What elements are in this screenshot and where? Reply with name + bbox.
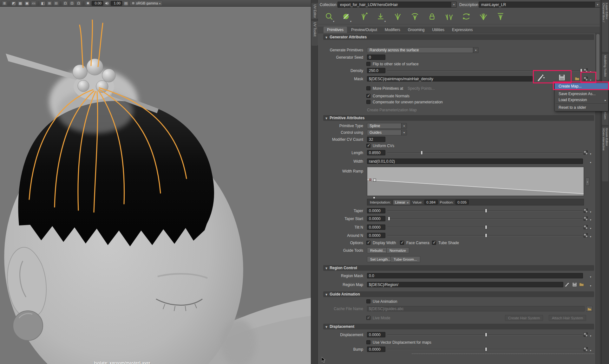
map-texture-icon[interactable]	[584, 225, 588, 229]
snap-point-magnet-icon[interactable]: Ω	[76, 1, 82, 6]
length-field[interactable]: 0.8550	[367, 150, 385, 155]
gate-mask-icon[interactable]: ◧	[40, 1, 46, 6]
taper-start-slider[interactable]	[387, 216, 583, 221]
mask-field[interactable]: ${DESC}/paintmaps/mainHair_density	[367, 76, 533, 81]
width-field[interactable]: rand(0.01,0.02)	[367, 159, 583, 164]
map-texture-icon[interactable]	[584, 77, 588, 81]
attr-menu-arrow-icon[interactable]	[590, 234, 591, 238]
xgen-create-description-icon[interactable]	[357, 10, 370, 23]
dropdown-arrow-icon[interactable]	[384, 19, 386, 23]
dropdown-arrow-icon[interactable]	[595, 2, 600, 7]
modifier-cv-count-field[interactable]: 32	[367, 137, 385, 142]
bump-slider[interactable]	[387, 347, 583, 352]
map-texture-icon[interactable]	[584, 217, 588, 221]
map-texture-icon[interactable]	[584, 151, 588, 155]
attr-menu-arrow-icon[interactable]	[590, 226, 591, 230]
tube-shade-checkbox[interactable]	[432, 241, 436, 245]
attr-menu-arrow-icon[interactable]	[590, 348, 591, 352]
xgen-guide-visibility-icon[interactable]	[409, 10, 421, 23]
tab-utilities[interactable]: Utilities	[429, 27, 448, 33]
primitive-type-dropdown[interactable]: Spline	[367, 123, 407, 129]
tab-uv-editor[interactable]: UV Editor	[311, 3, 318, 19]
save-map-icon[interactable]	[558, 74, 566, 81]
dropdown-arrow-icon[interactable]	[401, 130, 407, 135]
map-texture-icon[interactable]	[584, 347, 588, 351]
density-field[interactable]: 250.0	[367, 68, 385, 73]
tube-groom-button[interactable]: Tube Groom...	[390, 256, 420, 262]
ramp-position-handle[interactable]	[373, 197, 375, 199]
map-texture-icon[interactable]	[584, 233, 588, 237]
attr-menu-arrow-icon[interactable]	[590, 151, 591, 156]
tab-expressions[interactable]: Expressions	[449, 27, 476, 33]
displacement-slider[interactable]	[387, 332, 583, 337]
interpolation-dropdown[interactable]: Linear	[393, 200, 411, 205]
set-length-button[interactable]: Set Length...	[367, 256, 394, 262]
scrollbar-thumb[interactable]	[596, 34, 599, 80]
region-mask-field[interactable]: 0.0	[367, 273, 583, 278]
tab-grooming[interactable]: Grooming	[404, 27, 428, 33]
map-texture-icon[interactable]	[584, 209, 588, 213]
uniform-cvs-checkbox[interactable]	[366, 144, 370, 148]
tab-xgen-interactive-groom-editor[interactable]: XGen Interactive Groom Editor	[602, 127, 608, 181]
xgen-preview-clear-icon[interactable]	[340, 10, 353, 23]
attr-menu-arrow-icon[interactable]	[590, 333, 591, 338]
paint-map-brush-icon[interactable]	[565, 282, 570, 287]
render-settings-gear-icon[interactable]: ✱	[85, 1, 91, 6]
folder-icon[interactable]	[575, 76, 580, 81]
attr-menu-arrow-icon[interactable]	[590, 160, 591, 164]
section-collapse-icon[interactable]	[325, 324, 327, 329]
tab-primitives[interactable]: Primitives	[324, 27, 347, 33]
face-camera-checkbox[interactable]	[400, 241, 404, 245]
display-width-checkbox[interactable]	[366, 241, 370, 245]
tab-uv-toolkit[interactable]: UV Toolkit	[311, 21, 318, 46]
xgen-sculpt-guides-icon[interactable]	[391, 10, 404, 23]
slider-handle[interactable]	[485, 233, 487, 237]
colorspace-dropdown[interactable]: sRGB gamma	[130, 1, 162, 6]
dropdown-arrow-icon[interactable]	[401, 123, 407, 128]
xgen-lock-guides-icon[interactable]	[426, 10, 438, 23]
section-collapse-icon[interactable]	[325, 35, 327, 39]
dropdown-arrow-icon[interactable]	[350, 19, 351, 23]
tab-modifiers[interactable]: Modifiers	[381, 27, 404, 33]
control-using-dropdown[interactable]: Guides	[367, 130, 407, 135]
menu-item-create-map[interactable]: Create Map...	[555, 83, 608, 89]
xgen-copy-guides-icon[interactable]	[443, 10, 455, 23]
ramp-expand-button[interactable]	[586, 178, 589, 186]
snap-curve-magnet-icon[interactable]: Ω	[69, 1, 75, 6]
map-texture-icon[interactable]	[584, 333, 588, 337]
tilt-n-field[interactable]: 0.0000	[367, 224, 385, 230]
more-primitives-checkbox[interactable]	[366, 86, 370, 90]
width-ramp-editor[interactable]: R	[367, 167, 584, 196]
slider-handle[interactable]	[485, 333, 487, 337]
around-n-field[interactable]: 0.0000	[367, 233, 385, 238]
browse-folder-button[interactable]	[586, 306, 593, 312]
isolate-select-icon[interactable]: ◩	[11, 1, 16, 6]
section-collapse-icon[interactable]	[325, 292, 327, 296]
attr-menu-arrow-icon[interactable]	[590, 209, 591, 214]
lighting-icon[interactable]: ▤	[123, 1, 129, 6]
use-animation-checkbox[interactable]	[366, 299, 370, 303]
folder-icon[interactable]	[579, 282, 584, 286]
section-displacement[interactable]: Displacement	[323, 324, 594, 329]
xgen-grass-preset-icon[interactable]	[477, 10, 490, 23]
dropdown-arrow-icon[interactable]	[333, 19, 334, 23]
exposure-field[interactable]: 0.00	[92, 1, 103, 6]
description-dropdown[interactable]: mainLayer_LR	[479, 2, 600, 8]
gamma-field[interactable]: 1.00	[111, 1, 122, 6]
section-region-control[interactable]: Region Control	[323, 265, 594, 271]
taper-start-field[interactable]: 0.0000	[367, 216, 385, 221]
normalize-button[interactable]: Normalize	[386, 247, 409, 253]
slider-handle[interactable]	[485, 209, 487, 213]
region-map-field[interactable]: ${DESC}/Region/	[367, 282, 563, 287]
density-slider[interactable]	[387, 68, 583, 73]
slider-handle[interactable]	[421, 151, 423, 155]
flip-checkbox[interactable]	[366, 62, 370, 66]
film-gate-icon[interactable]: ▭	[31, 1, 36, 6]
dropdown-arrow-icon[interactable]	[473, 48, 478, 53]
ramp-position-field[interactable]: 0.035	[455, 200, 469, 205]
slider-handle[interactable]	[388, 217, 390, 221]
tab-xgen[interactable]: XGen	[602, 110, 608, 125]
generator-seed-field[interactable]: 0	[367, 55, 385, 60]
tab-preview-output[interactable]: Preview/Output	[348, 27, 381, 33]
tab-channel-box-layer-editor[interactable]: Channel Box / Layer Editor	[602, 2, 608, 52]
